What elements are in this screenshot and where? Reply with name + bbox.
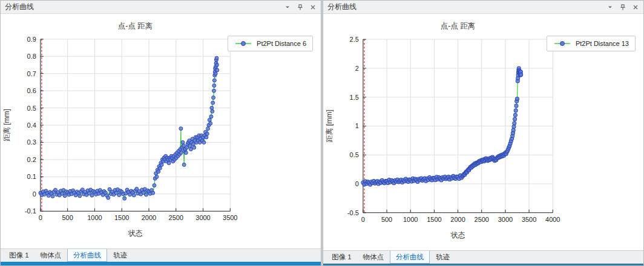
analysis-curves-panel-2: 分析曲线 05001000150020002500300035004000-0.… <box>323 0 644 266</box>
tick-labels: 05001000150020002500300035004000-0.500.5… <box>347 36 560 223</box>
legend-label: Pt2Pt Distance 6 <box>257 40 306 47</box>
svg-text:0.1: 0.1 <box>27 173 36 180</box>
svg-text:0.9: 0.9 <box>27 36 36 43</box>
svg-text:0: 0 <box>361 216 365 223</box>
svg-text:0.4: 0.4 <box>27 122 36 129</box>
svg-text:-0.1: -0.1 <box>25 207 36 215</box>
y-axis-label: 距离 [mm] <box>325 109 334 142</box>
series-points <box>39 56 219 200</box>
tab-image-1[interactable]: 图像 1 <box>4 249 34 262</box>
svg-text:500: 500 <box>62 214 73 221</box>
pin-icon[interactable] <box>297 4 304 11</box>
svg-text:2000: 2000 <box>450 216 465 223</box>
active-panel-indicator <box>1 262 321 265</box>
svg-text:0: 0 <box>33 190 36 198</box>
svg-text:1: 1 <box>355 122 359 129</box>
svg-text:-0.5: -0.5 <box>347 209 359 216</box>
legend: Pt2Pt Distance 13 <box>547 36 636 51</box>
chart-title: 点-点 距离 <box>118 22 153 30</box>
svg-text:0.7: 0.7 <box>27 70 36 77</box>
svg-text:0.3: 0.3 <box>27 139 36 146</box>
close-icon[interactable] <box>632 4 639 11</box>
panel-titlebar[interactable]: 分析曲线 <box>1 1 321 14</box>
legend-marker-icon <box>553 41 571 47</box>
svg-text:2.5: 2.5 <box>350 36 359 43</box>
svg-text:3500: 3500 <box>522 216 536 223</box>
view-tabbar: 图像 1 物体点 分析曲线 轨迹 <box>1 248 321 262</box>
svg-text:0.5: 0.5 <box>350 151 359 158</box>
svg-text:1500: 1500 <box>114 214 129 221</box>
tab-object-points[interactable]: 物体点 <box>358 251 390 264</box>
svg-text:2500: 2500 <box>475 216 489 223</box>
svg-text:3000: 3000 <box>196 214 210 221</box>
tab-analysis-curves[interactable]: 分析曲线 <box>67 249 107 262</box>
svg-text:0: 0 <box>39 214 42 221</box>
analysis-curves-panel-1: 分析曲线 0500100015002000250030003500-0.100.… <box>0 0 321 266</box>
tab-image-1[interactable]: 图像 1 <box>326 251 357 264</box>
grid <box>363 39 553 213</box>
svg-text:1000: 1000 <box>87 214 102 221</box>
chart-area: 0500100015002000250030003500-0.100.10.20… <box>1 14 321 248</box>
legend-marker-icon <box>234 41 252 47</box>
svg-text:3000: 3000 <box>498 216 513 223</box>
svg-text:0.5: 0.5 <box>27 105 36 112</box>
chart-title: 点-点 距离 <box>441 22 476 30</box>
active-panel-indicator <box>323 264 643 265</box>
svg-text:2500: 2500 <box>169 214 183 221</box>
svg-text:1000: 1000 <box>403 216 418 223</box>
view-tabbar: 图像 1 物体点 分析曲线 轨迹 <box>323 250 643 264</box>
svg-text:4000: 4000 <box>545 216 560 223</box>
legend: Pt2Pt Distance 6 <box>228 36 313 51</box>
panel-title: 分析曲线 <box>5 2 284 12</box>
series-points <box>361 66 523 186</box>
chevron-down-icon[interactable] <box>606 4 614 11</box>
legend-label: Pt2Pt Distance 13 <box>576 40 629 47</box>
tab-trajectory[interactable]: 轨迹 <box>108 249 133 262</box>
svg-text:2: 2 <box>355 65 359 72</box>
grid <box>41 39 230 212</box>
panel-titlebar[interactable]: 分析曲线 <box>323 1 643 14</box>
close-icon[interactable] <box>309 4 317 11</box>
tab-trajectory[interactable]: 轨迹 <box>430 251 455 264</box>
chart-area: 05001000150020002500300035004000-0.500.5… <box>323 14 643 250</box>
svg-text:1.5: 1.5 <box>350 94 359 101</box>
x-axis-label: 状态 <box>450 231 465 239</box>
chevron-down-icon[interactable] <box>284 4 291 11</box>
pin-icon[interactable] <box>619 4 626 11</box>
svg-text:0.2: 0.2 <box>27 156 36 163</box>
svg-text:1500: 1500 <box>427 216 441 223</box>
x-axis-label: 状态 <box>128 229 143 238</box>
svg-text:500: 500 <box>381 216 392 223</box>
svg-text:0.6: 0.6 <box>27 87 36 94</box>
tab-object-points[interactable]: 物体点 <box>35 249 67 262</box>
svg-text:2000: 2000 <box>142 214 156 221</box>
svg-text:3500: 3500 <box>223 214 237 221</box>
tab-analysis-curves[interactable]: 分析曲线 <box>390 251 430 264</box>
panel-title: 分析曲线 <box>327 2 606 12</box>
y-axis-label: 距离 [mm] <box>2 109 11 141</box>
titlebar-icons <box>284 4 317 11</box>
svg-text:0: 0 <box>355 180 359 187</box>
series-line <box>41 58 217 198</box>
titlebar-icons <box>606 4 639 11</box>
svg-text:0.8: 0.8 <box>27 53 36 60</box>
